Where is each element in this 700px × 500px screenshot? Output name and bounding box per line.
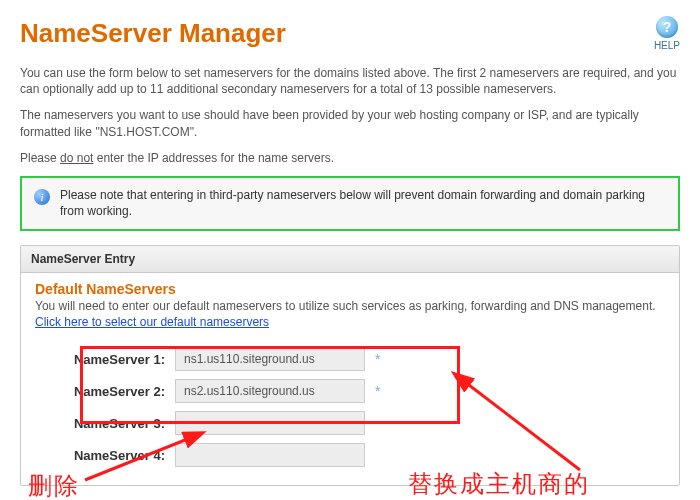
nameserver-label: NameServer 3: [35,416,165,431]
nameserver-row-3: NameServer 3: [35,411,665,435]
annotation-delete-text: 删除 [28,470,80,500]
nameserver-row-2: NameServer 2: * [35,379,665,403]
nameserver-3-input[interactable] [175,411,365,435]
nameserver-label: NameServer 1: [35,352,165,367]
section-subtitle: You will need to enter our default names… [35,299,656,313]
help-icon: ? [656,16,678,38]
select-default-link[interactable]: Click here to select our default nameser… [35,315,269,329]
help-link[interactable]: ? HELP [654,16,680,51]
nameserver-row-4: NameServer 4: [35,443,665,467]
nameserver-label: NameServer 4: [35,448,165,463]
intro-paragraph-3: Please do not enter the IP addresses for… [20,150,680,166]
required-asterisk: * [375,383,389,399]
nameserver-4-input[interactable] [175,443,365,467]
nameserver-1-input[interactable] [175,347,365,371]
help-label: HELP [654,40,680,51]
required-asterisk: * [375,351,389,367]
notice-text: Please note that entering in third-party… [60,188,666,219]
notice-box: i Please note that entering in third-par… [20,176,680,231]
nameserver-row-1: NameServer 1: * [35,347,665,371]
nameserver-panel: NameServer Entry Default NameServers You… [20,245,680,486]
section-title: Default NameServers [35,281,665,297]
annotation-replace-text: 替换成主机商的 [408,468,590,500]
intro-paragraph-1: You can use the form below to set namese… [20,65,680,97]
page-title: NameServer Manager [20,18,286,49]
nameserver-label: NameServer 2: [35,384,165,399]
nameserver-2-input[interactable] [175,379,365,403]
panel-head: NameServer Entry [21,246,679,273]
intro-paragraph-2: The nameservers you want to use should h… [20,107,680,139]
info-icon: i [34,189,50,205]
